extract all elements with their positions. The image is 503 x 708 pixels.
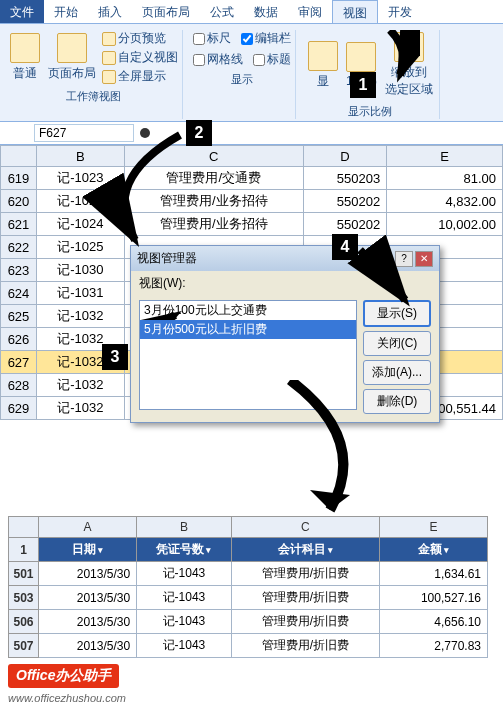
cell[interactable]: 100,527.16 [379, 586, 487, 610]
show-button[interactable]: 显示(S) [363, 300, 431, 327]
cell[interactable]: 记-1032 [37, 397, 125, 420]
annotation-badge-4: 4 [332, 234, 358, 260]
col-header[interactable]: A [39, 517, 137, 538]
col-header[interactable]: E [387, 146, 503, 167]
row-header[interactable]: 629 [1, 397, 37, 420]
cell[interactable]: 记-1024 [37, 213, 125, 236]
tab-data[interactable]: 数据 [244, 0, 288, 23]
cell[interactable]: 管理费用/业务招待 [124, 190, 303, 213]
dialog-close-icon[interactable]: ✕ [415, 251, 433, 267]
cell[interactable]: 10,002.00 [387, 213, 503, 236]
tab-view[interactable]: 视图 [332, 0, 378, 23]
cell[interactable]: 2,770.83 [379, 634, 487, 658]
row-header[interactable]: 1 [9, 538, 39, 562]
zoom-selection-button[interactable]: 缩放到 选定区域 [383, 30, 435, 100]
close-button[interactable]: 关闭(C) [363, 331, 431, 356]
cell[interactable]: 记-1043 [137, 634, 232, 658]
col-header[interactable]: E [379, 517, 487, 538]
tab-dev[interactable]: 开发 [378, 0, 422, 23]
tab-insert[interactable]: 插入 [88, 0, 132, 23]
row-header[interactable]: 506 [9, 610, 39, 634]
cell[interactable]: 550202 [303, 213, 387, 236]
gridlines-checkbox[interactable]: 网格线 [193, 51, 243, 68]
row-header[interactable]: 619 [1, 167, 37, 190]
tab-start[interactable]: 开始 [44, 0, 88, 23]
row-header[interactable]: 626 [1, 328, 37, 351]
page-layout-button[interactable]: 页面布局 [46, 31, 98, 84]
views-listbox[interactable]: 3月份100元以上交通费 5月份500元以上折旧费 [139, 300, 357, 410]
cell[interactable]: 记-1023 [37, 167, 125, 190]
cell[interactable]: 记-1043 [137, 610, 232, 634]
filter-header[interactable]: 凭证号数▾ [137, 538, 232, 562]
cell[interactable]: 1,634.61 [379, 562, 487, 586]
tab-layout[interactable]: 页面布局 [132, 0, 200, 23]
filter-header[interactable]: 会计科目▾ [231, 538, 379, 562]
cell[interactable]: 记-1025 [37, 236, 125, 259]
cell[interactable]: 管理费用/折旧费 [231, 634, 379, 658]
full-screen-button[interactable]: 全屏显示 [102, 68, 178, 85]
cell[interactable]: 2013/5/30 [39, 586, 137, 610]
cell[interactable]: 2013/5/30 [39, 562, 137, 586]
headings-checkbox[interactable]: 标题 [253, 51, 291, 68]
row-header[interactable]: 623 [1, 259, 37, 282]
col-header[interactable]: C [231, 517, 379, 538]
views-label: 视图(W): [131, 271, 439, 292]
row-header[interactable]: 620 [1, 190, 37, 213]
row-header[interactable]: 621 [1, 213, 37, 236]
cell[interactable]: 记-1043 [137, 586, 232, 610]
col-header[interactable]: D [303, 146, 387, 167]
cell[interactable]: 记-1031 [37, 282, 125, 305]
cell[interactable]: 管理费用/业务招待 [124, 213, 303, 236]
ruler-checkbox[interactable]: 标尺 [193, 30, 231, 47]
row-header[interactable]: 501 [9, 562, 39, 586]
group-zoom: 显示比例 [348, 104, 392, 119]
cell[interactable]: 记-1043 [137, 562, 232, 586]
filter-header[interactable]: 日期▾ [39, 538, 137, 562]
row-header[interactable]: 507 [9, 634, 39, 658]
row-header[interactable]: 628 [1, 374, 37, 397]
name-box[interactable]: F627 [34, 124, 134, 142]
cell[interactable]: 记-1030 [37, 259, 125, 282]
annotation-badge-2: 2 [186, 120, 212, 146]
row-header[interactable]: 622 [1, 236, 37, 259]
dialog-help-button[interactable]: ? [395, 251, 413, 267]
custom-view-button[interactable]: 自定义视图 [102, 49, 178, 66]
ribbon-tabs: 文件 开始 插入 页面布局 公式 数据 审阅 视图 开发 [0, 0, 503, 24]
cell[interactable]: 4,656.10 [379, 610, 487, 634]
fx-icon[interactable] [140, 128, 150, 138]
cell[interactable]: 81.00 [387, 167, 503, 190]
row-header[interactable]: 503 [9, 586, 39, 610]
list-item[interactable]: 3月份100元以上交通费 [140, 301, 356, 320]
col-header[interactable]: B [37, 146, 125, 167]
tab-file[interactable]: 文件 [0, 0, 44, 23]
cell[interactable]: 4,832.00 [387, 190, 503, 213]
cell[interactable]: 2013/5/30 [39, 610, 137, 634]
annotation-badge-3: 3 [102, 344, 128, 370]
delete-button[interactable]: 删除(D) [363, 389, 431, 414]
col-header[interactable]: C [124, 146, 303, 167]
add-button[interactable]: 添加(A)... [363, 360, 431, 385]
cell[interactable]: 管理费用/折旧费 [231, 586, 379, 610]
cell[interactable]: 550202 [303, 190, 387, 213]
col-header[interactable]: B [137, 517, 232, 538]
row-header[interactable]: 624 [1, 282, 37, 305]
formula-bar-checkbox[interactable]: 编辑栏 [241, 30, 291, 47]
cell[interactable]: 管理费用/折旧费 [231, 562, 379, 586]
tab-formula[interactable]: 公式 [200, 0, 244, 23]
cell[interactable]: 记-1032 [37, 374, 125, 397]
list-item[interactable]: 5月份500元以上折旧费 [140, 320, 356, 339]
zoom-button[interactable]: 显 [306, 39, 340, 92]
cell[interactable]: 2013/5/30 [39, 634, 137, 658]
page-preview-button[interactable]: 分页预览 [102, 30, 178, 47]
cell[interactable]: 管理费用/交通费 [124, 167, 303, 190]
row-header[interactable]: 625 [1, 305, 37, 328]
cell[interactable]: 550203 [303, 167, 387, 190]
normal-view-button[interactable]: 普通 [8, 31, 42, 84]
cell[interactable]: 管理费用/折旧费 [231, 610, 379, 634]
filtered-grid[interactable]: ABCE1日期▾凭证号数▾会计科目▾金额▾5012013/5/30记-1043管… [8, 516, 488, 658]
cell[interactable]: 记-1023 [37, 190, 125, 213]
cell[interactable]: 记-1032 [37, 305, 125, 328]
filter-header[interactable]: 金额▾ [379, 538, 487, 562]
tab-review[interactable]: 审阅 [288, 0, 332, 23]
row-header[interactable]: 627 [1, 351, 37, 374]
